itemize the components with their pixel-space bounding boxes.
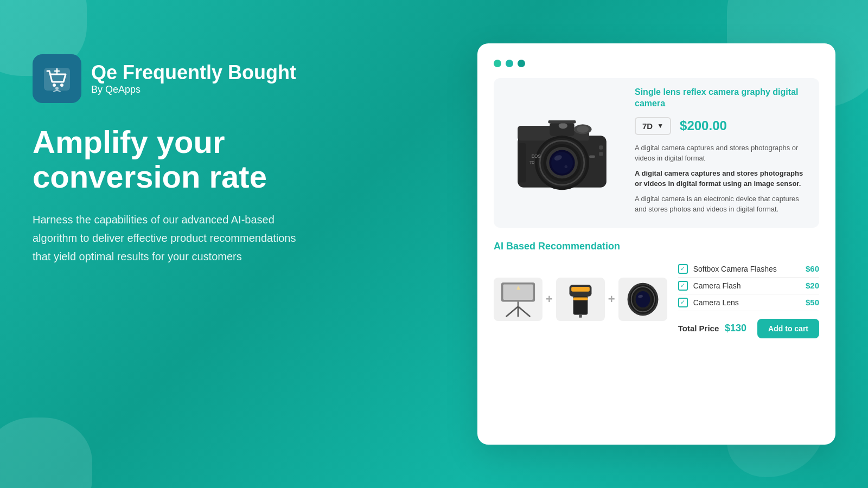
lens-thumb bbox=[618, 278, 667, 321]
checkbox-softbox[interactable] bbox=[678, 264, 688, 274]
product-desc-2: A digital camera captures and stores pho… bbox=[635, 168, 810, 189]
right-panel: EOS 7D Single lens reflex camera graphy … bbox=[477, 43, 835, 445]
ai-item-left-2: Camera Flash bbox=[678, 281, 741, 291]
softbox-image bbox=[496, 280, 540, 319]
svg-point-19 bbox=[565, 165, 567, 168]
svg-rect-23 bbox=[519, 143, 526, 183]
total-price: $130 bbox=[725, 323, 746, 334]
chevron-down-icon: ▼ bbox=[657, 122, 663, 130]
product-image-wrap: EOS 7D bbox=[502, 87, 622, 219]
total-row: Total Price $130 Add to cart bbox=[678, 319, 819, 338]
ai-item-name-2: Camera Flash bbox=[693, 281, 741, 290]
window-dot-3 bbox=[518, 60, 525, 67]
flash-thumb bbox=[556, 278, 605, 321]
svg-rect-37 bbox=[579, 315, 582, 318]
ai-content: + bbox=[494, 261, 819, 338]
flash-image bbox=[559, 280, 602, 319]
ai-item-left-1: Softbox Camera Flashes bbox=[678, 264, 777, 274]
checkbox-lens[interactable] bbox=[678, 298, 688, 307]
product-title: Single lens reflex camera graphy digital… bbox=[635, 87, 810, 110]
svg-rect-38 bbox=[573, 298, 588, 300]
heading-line1: Amplify your bbox=[33, 124, 225, 159]
svg-point-9 bbox=[577, 126, 589, 133]
svg-line-29 bbox=[518, 306, 530, 317]
variant-value: 7D bbox=[642, 121, 653, 131]
ai-product-thumbnails: + bbox=[494, 261, 667, 338]
ai-item-row: Softbox Camera Flashes $60 bbox=[678, 261, 819, 278]
variant-select[interactable]: 7D ▼ bbox=[635, 117, 671, 135]
ai-item-price-1: $60 bbox=[806, 264, 819, 273]
plus-sign-1: + bbox=[546, 292, 553, 306]
checkbox-flash[interactable] bbox=[678, 281, 688, 291]
svg-rect-36 bbox=[571, 287, 590, 292]
product-price: $200.00 bbox=[680, 118, 727, 133]
product-details: Single lens reflex camera graphy digital… bbox=[635, 87, 810, 219]
svg-point-2 bbox=[60, 84, 63, 87]
product-options-row: 7D ▼ $200.00 bbox=[635, 117, 810, 135]
ai-item-price-3: $50 bbox=[806, 298, 819, 307]
svg-text:EOS: EOS bbox=[532, 154, 541, 159]
brand-header: Qe Frequently Bought By QeApps bbox=[33, 54, 358, 103]
ai-recommendation-section: AI Based Recommendation bbox=[494, 241, 819, 338]
ai-item-name-3: Camera Lens bbox=[693, 298, 739, 307]
brand-text: Qe Frequently Bought By QeApps bbox=[91, 62, 296, 96]
window-dot-2 bbox=[506, 60, 513, 67]
svg-text:7D: 7D bbox=[529, 160, 534, 165]
brand-logo bbox=[33, 54, 81, 103]
product-main-section: EOS 7D Single lens reflex camera graphy … bbox=[494, 78, 819, 228]
heading-line2: conversion rate bbox=[33, 159, 267, 194]
ai-item-name-1: Softbox Camera Flashes bbox=[693, 265, 777, 273]
ai-item-left-3: Camera Lens bbox=[678, 298, 739, 307]
brand-name: Qe Frequently Bought bbox=[91, 62, 296, 84]
ai-item-price-2: $20 bbox=[806, 281, 819, 290]
product-camera-image: EOS 7D bbox=[508, 104, 616, 202]
blob-decoration-bl bbox=[0, 418, 92, 488]
hero-description: Harness the capabilities of our advanced… bbox=[33, 210, 315, 266]
window-dot-1 bbox=[494, 60, 501, 67]
product-desc-3: A digital camera is an electronic device… bbox=[635, 194, 810, 215]
window-dots bbox=[494, 60, 819, 67]
ai-items-list: Softbox Camera Flashes $60 Camera Flash … bbox=[678, 261, 819, 338]
svg-rect-26 bbox=[599, 152, 603, 156]
svg-point-17 bbox=[551, 152, 573, 174]
plus-sign-2: + bbox=[608, 292, 615, 306]
total-label: Total Price bbox=[678, 324, 719, 333]
left-panel: Qe Frequently Bought By QeApps Amplify y… bbox=[33, 54, 358, 266]
softbox-thumb bbox=[494, 278, 542, 321]
svg-point-1 bbox=[53, 84, 56, 87]
brand-sub: By QeApps bbox=[91, 84, 296, 95]
product-desc-1: A digital camera captures and stores pho… bbox=[635, 143, 810, 164]
svg-rect-25 bbox=[599, 145, 603, 149]
svg-rect-24 bbox=[589, 155, 595, 158]
add-to-cart-button[interactable]: Add to cart bbox=[757, 319, 819, 338]
svg-point-3 bbox=[55, 87, 59, 90]
svg-line-27 bbox=[506, 306, 518, 317]
product-card: EOS 7D Single lens reflex camera graphy … bbox=[477, 43, 835, 445]
cart-icon bbox=[42, 63, 72, 94]
ai-section-title: AI Based Recommendation bbox=[494, 241, 819, 252]
svg-point-43 bbox=[635, 291, 650, 307]
lens-image bbox=[621, 280, 665, 319]
ai-item-row-2: Camera Flash $20 bbox=[678, 278, 819, 294]
svg-rect-22 bbox=[548, 120, 576, 123]
ai-item-row-3: Camera Lens $50 bbox=[678, 294, 819, 311]
svg-point-10 bbox=[559, 123, 567, 129]
main-heading: Amplify your conversion rate bbox=[33, 125, 358, 194]
